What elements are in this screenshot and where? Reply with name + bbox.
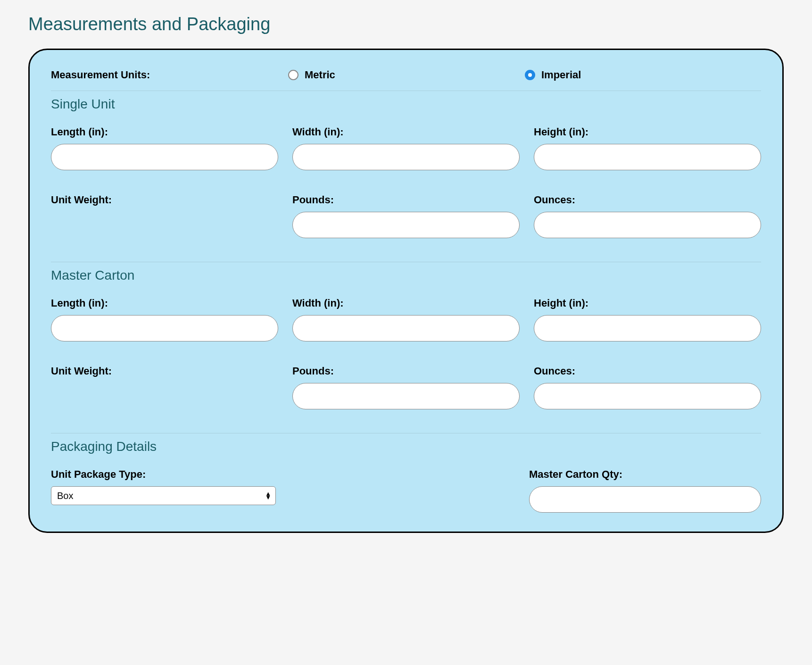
radio-imperial-label: Imperial <box>541 69 581 81</box>
single-length-label: Length (in): <box>51 126 278 138</box>
master-ounces-label: Ounces: <box>534 365 761 377</box>
master-carton-qty-label: Master Carton Qty: <box>529 468 761 481</box>
units-label: Measurement Units: <box>51 69 150 81</box>
master-length-label: Length (in): <box>51 297 278 309</box>
master-height-input[interactable] <box>534 315 761 341</box>
single-unit-header: Single Unit <box>51 97 761 112</box>
packaging-details-header: Packaging Details <box>51 439 761 454</box>
radio-metric[interactable] <box>288 70 298 80</box>
radio-imperial[interactable] <box>525 70 535 80</box>
master-height-label: Height (in): <box>534 297 761 309</box>
unit-package-type-select[interactable]: Box <box>51 486 276 505</box>
master-ounces-input[interactable] <box>534 383 761 409</box>
single-width-label: Width (in): <box>292 126 520 138</box>
master-pounds-label: Pounds: <box>292 365 520 377</box>
single-length-input[interactable] <box>51 144 278 170</box>
single-unit-weight-label: Unit Weight: <box>51 194 278 206</box>
unit-package-type-label: Unit Package Type: <box>51 468 276 481</box>
page-title: Measurements and Packaging <box>28 14 784 34</box>
master-unit-weight-label: Unit Weight: <box>51 365 278 377</box>
single-pounds-input[interactable] <box>292 212 520 238</box>
radio-metric-label: Metric <box>305 69 335 81</box>
master-pounds-input[interactable] <box>292 383 520 409</box>
single-height-input[interactable] <box>534 144 761 170</box>
single-height-label: Height (in): <box>534 126 761 138</box>
single-pounds-label: Pounds: <box>292 194 520 206</box>
master-width-input[interactable] <box>292 315 520 341</box>
single-ounces-input[interactable] <box>534 212 761 238</box>
master-carton-qty-input[interactable] <box>529 486 761 513</box>
units-row: Measurement Units: Metric Imperial <box>51 69 761 91</box>
measurements-panel: Measurement Units: Metric Imperial Singl… <box>28 49 784 533</box>
divider <box>51 433 761 433</box>
master-width-label: Width (in): <box>292 297 520 309</box>
divider <box>51 262 761 262</box>
single-width-input[interactable] <box>292 144 520 170</box>
single-ounces-label: Ounces: <box>534 194 761 206</box>
master-length-input[interactable] <box>51 315 278 341</box>
master-carton-header: Master Carton <box>51 268 761 283</box>
